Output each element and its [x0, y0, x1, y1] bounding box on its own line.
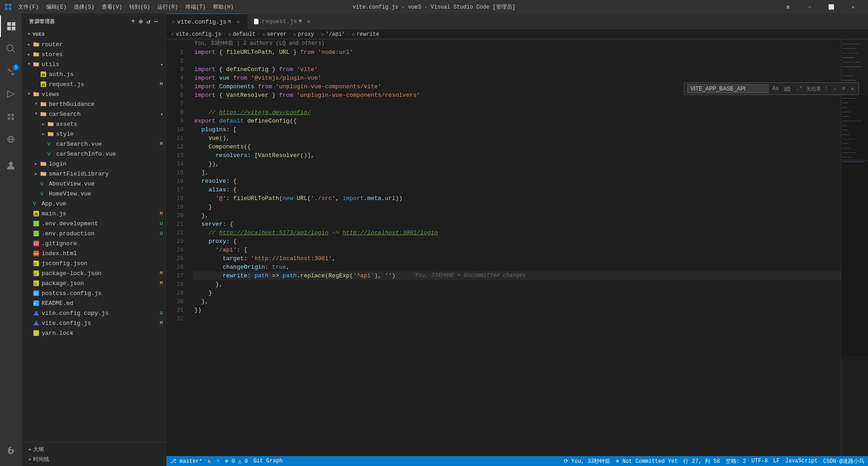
status-spaces[interactable]: 空格: 2 [726, 457, 746, 465]
status-position[interactable]: 行 27, 列 58 [683, 457, 720, 465]
breadcrumb-server[interactable]: ◇ server [262, 31, 286, 38]
tree-item-auth_js[interactable]: JSauth.js [22, 69, 166, 79]
maximize-btn[interactable]: ⬜ [821, 0, 842, 14]
activity-explorer[interactable] [0, 15, 22, 37]
find-multiline-btn[interactable]: ≡ [840, 85, 847, 93]
new-file-btn[interactable]: + [130, 17, 136, 26]
tree-item-main_js[interactable]: JSmain.jsM [22, 209, 166, 219]
activity-source-control[interactable]: 1 [0, 61, 22, 82]
find-next-btn[interactable]: ↓ [831, 85, 838, 93]
tree-item-login[interactable]: ▶login [22, 159, 166, 169]
tree-item-style[interactable]: ▶style [22, 129, 166, 139]
tree-item-stores[interactable]: ▶stores [22, 49, 166, 59]
tab-request[interactable]: 📄 request.js M ✕ [248, 14, 318, 29]
find-case-btn[interactable]: Aa [770, 85, 780, 93]
svg-text:V: V [33, 201, 36, 206]
menu-goto[interactable]: 转到(G) [127, 2, 153, 12]
breadcrumb-proxy[interactable]: ◇ proxy [293, 31, 314, 38]
timeline-section[interactable]: ▶ 时间线 [22, 454, 166, 464]
tab-vite-config[interactable]: ⚡ vite.config.js M ✕ [166, 14, 248, 29]
tree-root[interactable]: ▼ VUE3 [22, 29, 166, 39]
layout-btn[interactable]: ⊞ [778, 0, 798, 14]
tree-item-README_md[interactable]: MDREADME.md [22, 298, 166, 308]
tree-item-package_lock_json[interactable]: {}package-lock.jsonM [22, 268, 166, 278]
tree-item-request_js[interactable]: JSrequest.jsM [22, 79, 166, 89]
status-git-graph[interactable]: Git Graph [253, 458, 283, 464]
menu-run[interactable]: 运行(R) [155, 2, 181, 12]
activity-remote[interactable] [0, 128, 22, 150]
status-errors[interactable]: ⊗ 0 △ 0 [225, 458, 248, 465]
find-word-btn[interactable]: ab [782, 85, 792, 93]
token-plain [194, 220, 202, 228]
editor-code[interactable]: You, 33秒钟前 | 2 authors (LQ and others) i… [189, 39, 841, 456]
outline-section[interactable]: ▶ 大纲 [22, 444, 166, 454]
line-num-26: 26 [168, 263, 184, 271]
menu-help[interactable]: 帮助(H) [210, 2, 236, 12]
tree-item-yarn_lock[interactable]: yarn.lock [22, 328, 166, 338]
tree-item-router[interactable]: ▶router [22, 39, 166, 49]
status-csdn[interactable]: CSDN·@迷路小鸟 [823, 457, 864, 465]
status-git-status[interactable]: ⟳ You, 33秒钟前 [564, 457, 611, 465]
tree-item-berthGuidance[interactable]: ▼berthGuidance [22, 99, 166, 109]
menu-file[interactable]: 文件(F) [15, 2, 42, 12]
tree-item-_env_production[interactable]: .env.productionU [22, 228, 166, 238]
token-kw: import [343, 194, 364, 203]
folder-arrow: ▶ [40, 120, 47, 128]
tree-item-carSearch_vue[interactable]: VcarSearch.vueM [22, 139, 166, 149]
tree-item-vite_config_copy_js[interactable]: vite.config copy.jsU [22, 308, 166, 318]
status-git-branch[interactable]: ⎇ master* [170, 458, 203, 465]
activity-run[interactable] [0, 83, 22, 105]
breadcrumb-vite[interactable]: ⚡ vite.config.js [171, 31, 221, 38]
tab-request-close[interactable]: ✕ [305, 18, 312, 25]
status-git-graph-icon[interactable]: ⑂ [217, 458, 220, 464]
refresh-btn[interactable]: ↺ [146, 17, 151, 26]
tree-item-package_json[interactable]: {}package.jsonM [22, 278, 166, 288]
find-input[interactable] [687, 84, 769, 93]
svg-text:V: V [47, 141, 51, 147]
breadcrumb-api[interactable]: ◇ '/api' [321, 31, 345, 38]
tree-item-App_vue[interactable]: VApp.vue [22, 199, 166, 209]
menu-view[interactable]: 查看(V) [99, 2, 125, 12]
file-icon [33, 319, 40, 327]
activity-extensions[interactable] [0, 106, 22, 128]
tree-item-_env_development[interactable]: .env.developmentU [22, 219, 166, 228]
tree-item-vite_config_js[interactable]: vite.config.jsM [22, 318, 166, 328]
token-import-kw: import [194, 65, 216, 74]
tree-item-index_html[interactable]: HTMLindex.html [22, 248, 166, 258]
tree-item-carSearch[interactable]: ▼carSearch● [22, 109, 166, 119]
tree-item-carSearchInfo_vue[interactable]: VcarSearchInfo.vue [22, 149, 166, 159]
close-btn[interactable]: ✕ [843, 0, 863, 14]
tree-item-utils[interactable]: ▼utils● [22, 59, 166, 69]
tree-item-views[interactable]: ▼views [22, 89, 166, 99]
collapse-btn[interactable]: ⋯ [153, 17, 159, 26]
menu-terminal[interactable]: 终端(T) [183, 2, 209, 12]
menu-select[interactable]: 选择(S) [71, 2, 97, 12]
minimize-btn[interactable]: — [799, 0, 820, 14]
tree-item-HomeView_vue[interactable]: VHomeView.vue [22, 189, 166, 199]
breadcrumb-default[interactable]: ◇ default [228, 31, 255, 38]
status-line-ending[interactable]: LF [773, 458, 779, 464]
new-folder-btn[interactable]: ⊕ [138, 17, 144, 26]
tree-item-postcss_config_js[interactable]: CSSpostcss.config.js [22, 288, 166, 298]
token-comment-link: http://localhost:5173/api/login [219, 228, 329, 237]
tab-vite-close[interactable]: ✕ [235, 18, 242, 25]
status-not-committed[interactable]: ⊗ Not Committed Yet [616, 458, 678, 465]
find-prev-btn[interactable]: ↑ [823, 85, 830, 93]
token-fn: replace [300, 271, 325, 280]
activity-search[interactable] [0, 38, 22, 60]
activity-account[interactable] [0, 155, 22, 176]
status-encoding[interactable]: UTF-8 [751, 458, 768, 464]
status-language[interactable]: JavaScript [785, 458, 818, 464]
find-regex-btn[interactable]: .* [794, 85, 804, 93]
status-sync[interactable]: ↻ [208, 458, 211, 465]
breadcrumb-rewrite[interactable]: ◇ rewrite [352, 31, 379, 38]
tree-item-AboutView_vue[interactable]: VAboutView.vue [22, 179, 166, 189]
token-comment: -> [328, 228, 342, 237]
tree-item-smartFieldLibrary[interactable]: ▶smartFieldLibrary [22, 169, 166, 179]
menu-edit[interactable]: 编辑(E) [43, 2, 70, 12]
tree-item-assets[interactable]: ▶assets [22, 119, 166, 129]
activity-settings[interactable] [0, 441, 22, 462]
tree-item-jsconfig_json[interactable]: {}jsconfig.json [22, 258, 166, 268]
tree-item-_gitignore[interactable]: GIT.gitignore [22, 238, 166, 248]
find-close-btn[interactable]: ✕ [849, 85, 856, 93]
